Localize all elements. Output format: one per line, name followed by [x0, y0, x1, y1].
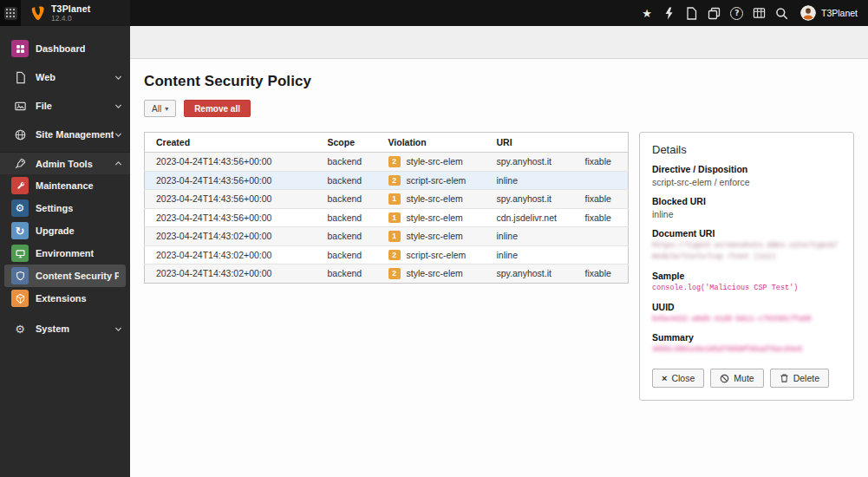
violation-row[interactable]: 2023-04-24T14:43:02+00:00 backend 2scrip… — [145, 245, 629, 265]
sample-label: Sample — [652, 271, 841, 281]
sidebar-item-file[interactable]: File — [0, 95, 130, 117]
dashboard-icon — [11, 40, 29, 57]
doc-header — [130, 26, 868, 59]
gear-icon: ⚙ — [11, 199, 29, 217]
directive-disposition-label: Directive / Disposition — [652, 164, 841, 174]
violation-row-selected[interactable]: 2023-04-24T14:43:56+00:00 backend 2scrip… — [145, 171, 629, 190]
violation-row[interactable]: 2023-04-24T14:43:56+00:00 backend 1style… — [145, 208, 629, 227]
search-icon — [775, 7, 788, 20]
grid-dots-icon — [4, 7, 17, 20]
sidebar-item-site-management[interactable]: Site Management — [0, 123, 130, 146]
details-actions: × Close Mute — [652, 369, 841, 388]
sidebar-item-environment[interactable]: Environment — [0, 242, 130, 265]
question-mark-icon: ? — [730, 7, 743, 20]
blocked-uri-label: Blocked URI — [652, 196, 841, 206]
document-uri-label: Document URI — [652, 228, 841, 238]
close-button[interactable]: × Close — [652, 369, 704, 388]
open-records-button[interactable] — [703, 0, 726, 26]
fixable-label: fixable — [574, 153, 629, 172]
typo3-backend: T3Planet 12.4.0 ★ — [0, 0, 868, 477]
image-icon — [11, 97, 29, 114]
details-panel: Details Directive / Disposition script-s… — [639, 132, 854, 401]
violation-count-badge: 2 — [388, 250, 401, 261]
search-button[interactable] — [771, 0, 793, 26]
scope-filter-dropdown[interactable]: All ▾ — [144, 100, 176, 117]
topbar: T3Planet 12.4.0 ★ — [0, 0, 868, 26]
bolt-icon — [663, 7, 675, 20]
violation-row[interactable]: 2023-04-24T14:43:02+00:00 backend 2style… — [145, 265, 629, 284]
chevron-down-icon — [114, 73, 123, 82]
module-menu-toggle-button[interactable] — [0, 0, 21, 26]
fixable-label: fixable — [574, 208, 629, 227]
trash-icon — [780, 373, 789, 383]
close-icon: × — [662, 374, 667, 383]
violation-directive: style-src-elem — [407, 268, 463, 278]
sidebar-item-maintenance[interactable]: Maintenance — [0, 174, 130, 197]
violation-count-badge: 2 — [388, 268, 401, 279]
sidebar-item-web[interactable]: Web — [0, 66, 130, 88]
document-uri-value-redacted: https://typo3.screenshots.ddev.site/typo… — [652, 240, 841, 263]
mute-button[interactable]: Mute — [710, 369, 763, 388]
monitor-icon — [11, 245, 29, 262]
column-header-created: Created — [145, 133, 317, 153]
avatar — [800, 5, 816, 21]
violation-directive: script-src-elem — [407, 250, 467, 260]
table-header-row: Created Scope Violation URI — [145, 133, 629, 153]
violation-directive: style-src-elem — [407, 193, 463, 204]
chevron-down-icon — [114, 130, 123, 140]
violation-directive: style-src-elem — [407, 212, 463, 223]
brand-logo[interactable]: T3Planet 12.4.0 — [21, 0, 130, 26]
violation-row[interactable]: 2023-04-24T14:43:02+00:00 backend 1style… — [145, 227, 629, 246]
blocked-uri-value: inline — [652, 208, 841, 220]
action-bar: All ▾ Remove all — [144, 100, 854, 117]
system-information-button[interactable] — [748, 0, 771, 26]
page-title: Content Security Policy — [144, 73, 854, 90]
clear-cache-button[interactable] — [658, 0, 681, 26]
violation-row[interactable]: 2023-04-24T14:43:56+00:00 backend 2style… — [145, 153, 629, 172]
violation-row[interactable]: 2023-04-24T14:43:56+00:00 backend 1style… — [145, 190, 629, 209]
user-menu[interactable]: T3Planet — [793, 0, 859, 26]
rocket-icon — [11, 155, 29, 173]
sidebar-item-system[interactable]: ⚙ System — [0, 317, 130, 340]
summary-label: Summary — [652, 332, 841, 343]
mute-icon — [720, 374, 729, 383]
details-title: Details — [652, 143, 841, 156]
remove-all-button[interactable]: Remove all — [184, 100, 251, 117]
violation-directive: style-src-elem — [407, 156, 463, 167]
globe-icon — [11, 126, 29, 143]
sidebar-item-settings[interactable]: ⚙ Settings — [0, 197, 130, 219]
column-header-uri: URI — [486, 133, 574, 153]
delete-button[interactable]: Delete — [770, 369, 829, 388]
caret-down-icon: ▾ — [165, 105, 168, 113]
sidebar-item-dashboard[interactable]: Dashboard — [0, 37, 130, 60]
sidebar-item-extensions[interactable]: Extensions — [0, 287, 130, 310]
page-icon — [11, 69, 29, 86]
chevron-down-icon — [114, 101, 123, 111]
sidebar-item-content-security-policy[interactable]: Content Security Policy — [4, 265, 126, 287]
directive-disposition-value: script-src-elem / enforce — [652, 176, 841, 188]
shield-icon — [11, 267, 29, 284]
cube-icon — [11, 290, 29, 307]
sidebar-item-admin-tools[interactable]: Admin Tools — [0, 152, 130, 174]
copy-stack-icon — [708, 7, 721, 20]
violation-count-badge: 2 — [388, 156, 401, 167]
violation-count-badge: 1 — [388, 212, 401, 224]
violation-count-badge: 2 — [388, 175, 401, 186]
module-content: Content Security Policy All ▾ Remove all… — [130, 26, 868, 477]
module-menu: Dashboard Web File Site Management — [0, 26, 130, 477]
sidebar-item-upgrade[interactable]: ↻ Upgrade — [0, 219, 130, 242]
fixable-label: fixable — [574, 190, 629, 209]
topbar-toolbar: ★ ? — [636, 0, 868, 26]
help-button[interactable]: ? — [726, 0, 748, 26]
fixable-label: fixable — [574, 265, 629, 284]
violation-directive: script-src-elem — [407, 175, 467, 186]
chevron-up-icon — [114, 159, 123, 168]
uuid-label: UUID — [652, 302, 841, 312]
bookmarks-button[interactable]: ★ — [636, 0, 658, 26]
column-header-scope: Scope — [317, 133, 377, 153]
violation-directive: style-src-elem — [407, 231, 463, 241]
csp-violations-table: Created Scope Violation URI 2023-04-24T1… — [144, 132, 629, 284]
column-header-status — [574, 133, 629, 153]
site-name: T3Planet — [51, 4, 90, 14]
new-document-button[interactable] — [681, 0, 703, 26]
